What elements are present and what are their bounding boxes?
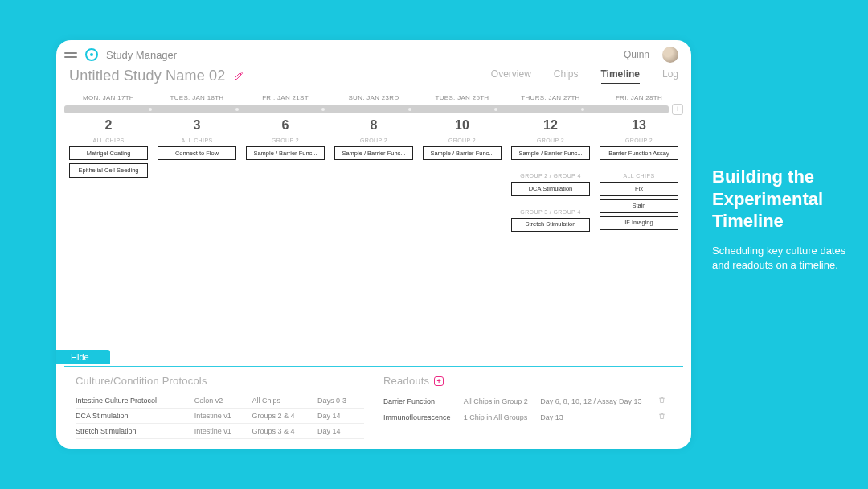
table-row[interactable]: DCA StimulationIntestine v1Groups 2 & 4D… bbox=[76, 409, 364, 424]
date-header: FRI. JAN 28TH bbox=[595, 92, 683, 104]
topbar: Study Manager Quinn bbox=[56, 40, 691, 66]
cell-name: Immunoflourescence bbox=[383, 409, 464, 425]
cell-when: Days 0-3 bbox=[317, 393, 364, 409]
group-label: ALL CHIPS bbox=[623, 173, 654, 179]
day-number: 3 bbox=[194, 118, 201, 133]
cell-name: DCA Stimulation bbox=[76, 409, 194, 424]
protocols-table: Intestine Culture ProtocolColon v2All Ch… bbox=[76, 393, 364, 439]
group-label: ALL CHIPS bbox=[92, 138, 124, 143]
cell-scope: All Chips bbox=[252, 393, 317, 409]
timeline-item[interactable]: Sample / Barrier Func... bbox=[423, 146, 502, 160]
study-title: Untitled Study Name 02 bbox=[69, 68, 226, 84]
day-column: 10GROUP 2Sample / Barrier Func... bbox=[418, 115, 506, 366]
date-header: MON. JAN 17TH bbox=[64, 92, 153, 104]
cell-variant: Intestine v1 bbox=[194, 409, 252, 424]
group-label: GROUP 2 / GROUP 4 bbox=[520, 173, 580, 179]
timeline-rail: + bbox=[64, 104, 683, 115]
cell-name: Intestine Culture Protocol bbox=[76, 393, 194, 409]
cell-when: Day 14 bbox=[317, 424, 364, 439]
readouts-table: Barrier FunctionAll Chips in Group 2Day … bbox=[383, 393, 672, 425]
app-title: Study Manager bbox=[106, 49, 177, 61]
tab-log[interactable]: Log bbox=[662, 68, 678, 84]
cell-name: Stretch Stimulation bbox=[76, 424, 194, 439]
day-column: 12GROUP 2Sample / Barrier Func...GROUP 2… bbox=[506, 115, 595, 366]
menu-icon[interactable] bbox=[64, 51, 77, 59]
day-column: 3ALL CHIPSConnect to Flow bbox=[153, 115, 241, 366]
copy-body: Scheduling key culture dates and readout… bbox=[712, 244, 857, 274]
subheader: Untitled Study Name 02 Overview Chips Ti… bbox=[56, 66, 691, 91]
protocols-title: Culture/Condition Protocols bbox=[76, 375, 364, 387]
timeline-item[interactable]: Sample / Barrier Func... bbox=[511, 146, 590, 160]
cell-scope: Groups 2 & 4 bbox=[252, 409, 317, 424]
timeline-item[interactable]: Sample / Barrier Func... bbox=[246, 146, 325, 160]
add-readout-button[interactable]: + bbox=[434, 376, 444, 386]
day-number: 12 bbox=[543, 118, 558, 133]
date-header: SUN. JAN 23RD bbox=[330, 92, 418, 104]
timeline-item[interactable]: IF Imaging bbox=[600, 216, 678, 230]
panel-divider bbox=[64, 366, 683, 367]
timeline-item[interactable]: Sample / Barrier Func... bbox=[334, 146, 413, 160]
day-number: 10 bbox=[455, 118, 469, 133]
timeline: MON. JAN 17THTUES. JAN 18THFRI. JAN 21ST… bbox=[56, 91, 691, 449]
protocols-section: Culture/Condition Protocols Intestine Cu… bbox=[76, 375, 364, 439]
day-number: 8 bbox=[371, 118, 378, 133]
timeline-item[interactable]: DCA Stimulation bbox=[511, 182, 590, 195]
user-name[interactable]: Quinn bbox=[624, 49, 649, 60]
day-number: 2 bbox=[105, 118, 113, 133]
table-row[interactable]: Immunoflourescence1 Chip in All GroupsDa… bbox=[383, 409, 672, 425]
cell-variant: Intestine v1 bbox=[194, 424, 252, 439]
group-label: GROUP 2 bbox=[448, 138, 476, 143]
date-header: TUES. JAN 18TH bbox=[153, 92, 241, 104]
day-number: 6 bbox=[282, 118, 289, 133]
cell-variant: Colon v2 bbox=[194, 393, 252, 409]
edit-icon[interactable] bbox=[234, 69, 244, 84]
day-number: 13 bbox=[632, 118, 646, 133]
day-column: 6GROUP 2Sample / Barrier Func... bbox=[241, 115, 330, 366]
tab-timeline[interactable]: Timeline bbox=[601, 68, 640, 84]
add-day-button[interactable]: + bbox=[672, 104, 683, 115]
timeline-item[interactable]: Fix bbox=[600, 182, 678, 195]
cell-when: Day 13 bbox=[540, 409, 658, 425]
timeline-item[interactable]: Stretch Stimulation bbox=[511, 218, 590, 232]
timeline-item[interactable]: Epithelial Cell Seeding bbox=[69, 163, 148, 177]
table-row[interactable]: Stretch StimulationIntestine v1Groups 3 … bbox=[76, 424, 364, 439]
day-column: 13GROUP 2Barrier Function AssayALL CHIPS… bbox=[595, 115, 683, 366]
timeline-item[interactable]: Connect to Flow bbox=[158, 146, 236, 160]
delete-button[interactable] bbox=[658, 393, 672, 409]
tab-chips[interactable]: Chips bbox=[554, 68, 579, 84]
cell-scope: 1 Chip in All Groups bbox=[464, 409, 541, 425]
timeline-item[interactable]: Stain bbox=[600, 199, 678, 213]
tab-overview[interactable]: Overview bbox=[491, 68, 531, 84]
cell-scope: Groups 3 & 4 bbox=[252, 424, 317, 439]
table-row[interactable]: Barrier FunctionAll Chips in Group 2Day … bbox=[383, 393, 672, 409]
cell-when: Day 6, 8, 10, 12 / Assay Day 13 bbox=[540, 393, 658, 409]
bottom-panels: Culture/Condition Protocols Intestine Cu… bbox=[64, 372, 683, 449]
group-label: GROUP 2 bbox=[272, 138, 299, 143]
app-card: Study Manager Quinn Untitled Study Name … bbox=[56, 40, 691, 449]
hide-button[interactable]: Hide bbox=[56, 350, 110, 364]
date-header: TUES. JAN 25TH bbox=[418, 92, 506, 104]
table-row[interactable]: Intestine Culture ProtocolColon v2All Ch… bbox=[76, 393, 364, 409]
cell-scope: All Chips in Group 2 bbox=[464, 393, 541, 409]
group-label: GROUP 2 bbox=[537, 138, 564, 143]
day-column: 2ALL CHIPSMatrigel CoatingEpithelial Cel… bbox=[64, 115, 153, 366]
delete-button[interactable] bbox=[658, 409, 672, 425]
group-label: GROUP 2 bbox=[360, 138, 387, 143]
date-header: THURS. JAN 27TH bbox=[506, 92, 595, 104]
group-label: GROUP 2 bbox=[625, 138, 653, 143]
rail-bar[interactable] bbox=[64, 105, 669, 113]
group-label: GROUP 3 / GROUP 4 bbox=[520, 209, 580, 215]
app-logo-icon bbox=[85, 48, 98, 61]
cell-when: Day 14 bbox=[317, 409, 364, 424]
cell-name: Barrier Function bbox=[383, 393, 464, 409]
readouts-title-text: Readouts bbox=[383, 375, 429, 387]
copy-title: Building the Experimental Timeline bbox=[712, 166, 857, 232]
timeline-item[interactable]: Matrigel Coating bbox=[69, 146, 148, 160]
avatar[interactable] bbox=[662, 47, 678, 63]
day-column: 8GROUP 2Sample / Barrier Func... bbox=[330, 115, 418, 366]
readouts-section: Readouts + Barrier FunctionAll Chips in … bbox=[383, 375, 672, 439]
group-label: ALL CHIPS bbox=[181, 138, 212, 143]
view-tabs: Overview Chips Timeline Log bbox=[491, 68, 678, 84]
marketing-copy: Building the Experimental Timeline Sched… bbox=[712, 166, 857, 273]
timeline-item[interactable]: Barrier Function Assay bbox=[600, 146, 678, 160]
